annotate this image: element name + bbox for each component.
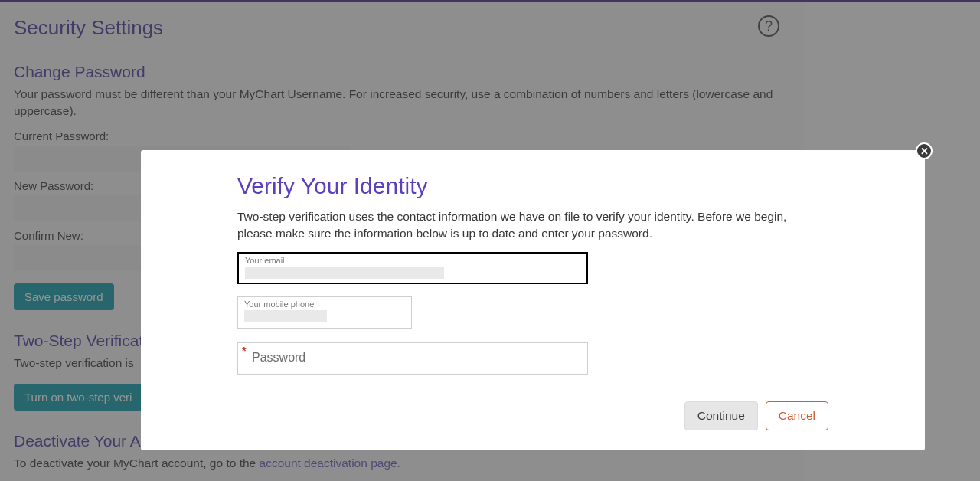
phone-field[interactable]: Your mobile phone [237,296,412,329]
phone-label: Your mobile phone [244,300,405,309]
close-icon: ✕ [920,146,929,157]
modal-close-button[interactable]: ✕ [916,142,933,159]
phone-value-redacted [244,310,327,322]
continue-button[interactable]: Continue [684,401,758,430]
modal-desc: Two-step verification uses the contact i… [237,208,819,241]
password-field[interactable]: * Password [237,342,588,375]
email-field[interactable]: Your email [237,252,588,284]
modal-actions: Continue Cancel [684,401,828,430]
email-value-redacted [245,267,444,279]
verify-identity-modal: ✕ Verify Your Identity Two-step verifica… [141,150,925,450]
email-label: Your email [245,257,580,265]
modal-title: Verify Your Identity [237,173,828,199]
cancel-button[interactable]: Cancel [766,401,828,430]
